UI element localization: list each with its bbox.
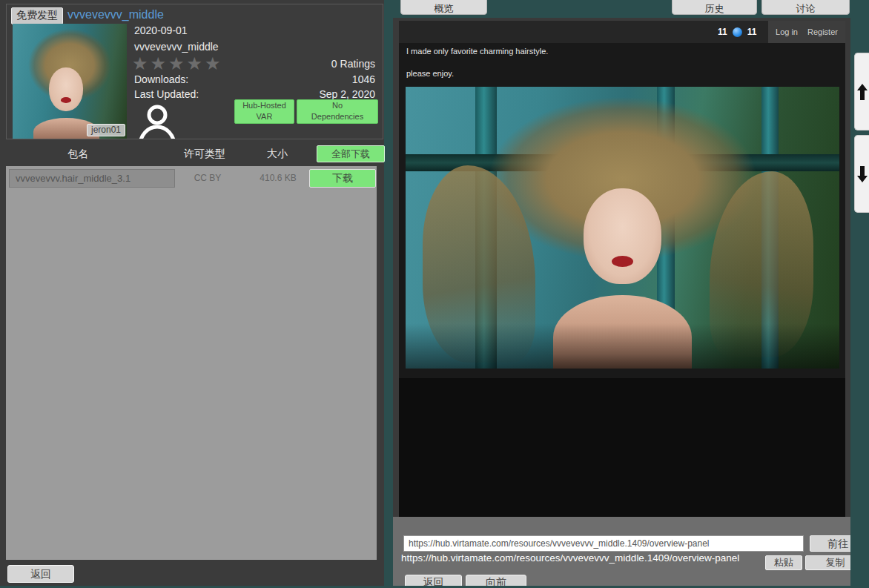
no-dependencies-badge[interactable]: No Dependencies: [297, 99, 378, 124]
downloads-value: 1046: [352, 73, 375, 85]
tab-discussion[interactable]: 讨论: [761, 0, 850, 15]
up-arrow-icon: [857, 84, 868, 100]
copy-button[interactable]: 复制: [805, 555, 850, 570]
scroll-up-button[interactable]: [854, 53, 869, 131]
back-button-left[interactable]: 返回: [7, 565, 74, 583]
register-link[interactable]: Register: [807, 27, 838, 36]
hub-hosted-var-badge[interactable]: Hub-Hosted VAR: [234, 99, 294, 124]
url-input[interactable]: [403, 535, 804, 552]
author-tag: jeron01: [87, 124, 125, 136]
login-link[interactable]: Log in: [776, 27, 798, 36]
hub-counter: 11 11: [718, 21, 756, 43]
hub-page-topbar: 11 11 Log in Register: [399, 21, 845, 43]
embedded-browser-frame: 11 11 Log in Register I made only favori…: [393, 18, 850, 586]
tab-history[interactable]: 历史: [672, 0, 757, 15]
login-strip: Log in Register: [768, 21, 845, 43]
download-button[interactable]: 下载: [309, 169, 376, 188]
last-updated-value: Sep 2, 2020: [319, 88, 375, 100]
hub-sphere-icon: [733, 27, 742, 37]
paste-button[interactable]: 粘贴: [765, 555, 802, 570]
browser-content: 11 11 Log in Register I made only favori…: [399, 21, 845, 517]
ratings-count: 0 Ratings: [331, 58, 375, 70]
virtamate-hub-window: 免费发型 vvvevevvv_middle jeron01 2020-09-01…: [0, 0, 869, 588]
release-date: 2020-09-01: [134, 24, 188, 36]
browser-forward-button[interactable]: 向前: [466, 575, 526, 586]
rating-stars-icon[interactable]: ★★★★★: [132, 53, 223, 74]
go-button[interactable]: 前往: [810, 535, 850, 552]
tab-overview[interactable]: 概览: [400, 0, 487, 15]
counter-right: 11: [747, 27, 757, 37]
package-list: vvvevevvv.hair_middle_3.1 CC BY 410.6 KB…: [6, 166, 377, 560]
resource-image[interactable]: [406, 87, 839, 369]
column-header-size: 大小: [255, 148, 300, 161]
description-line-2: please enjoy.: [406, 69, 454, 78]
down-arrow-icon: [857, 166, 868, 182]
current-url-text: https://hub.virtamate.com/resources/vvve…: [401, 552, 739, 564]
resource-thumbnail[interactable]: jeron01: [13, 24, 127, 139]
table-row: vvvevevvv.hair_middle_3.1 CC BY 410.6 KB…: [6, 166, 377, 191]
package-name-cell[interactable]: vvvevevvv.hair_middle_3.1: [9, 169, 175, 188]
category-badge: 免费发型: [11, 7, 63, 24]
resource-detail-panel: 免费发型 vvvevevvv_middle jeron01 2020-09-01…: [0, 0, 384, 586]
browser-navigation-bar: 前往 https://hub.virtamate.com/resources/v…: [393, 517, 850, 586]
user-icon: [137, 102, 177, 139]
resource-header-card: 免费发型 vvvevevvv_middle jeron01 2020-09-01…: [6, 4, 383, 139]
description-line-1: I made only favorite charming hairstyle.: [406, 47, 548, 56]
scroll-down-button[interactable]: [854, 135, 869, 213]
last-updated-label: Last Updated:: [134, 88, 199, 100]
column-header-license: 许可类型: [176, 148, 233, 161]
size-cell: 410.6 KB: [248, 173, 308, 183]
downloads-label: Downloads:: [134, 73, 188, 85]
download-all-button[interactable]: 全部下载: [317, 145, 385, 162]
column-header-package: 包名: [44, 148, 111, 161]
resource-title-link[interactable]: vvvevevvv_middle: [67, 8, 164, 22]
counter-left: 11: [718, 27, 727, 37]
license-cell: CC BY: [178, 173, 237, 183]
resource-name: vvvevevvv_middle: [134, 41, 219, 53]
browser-back-button[interactable]: 返回: [405, 575, 462, 586]
